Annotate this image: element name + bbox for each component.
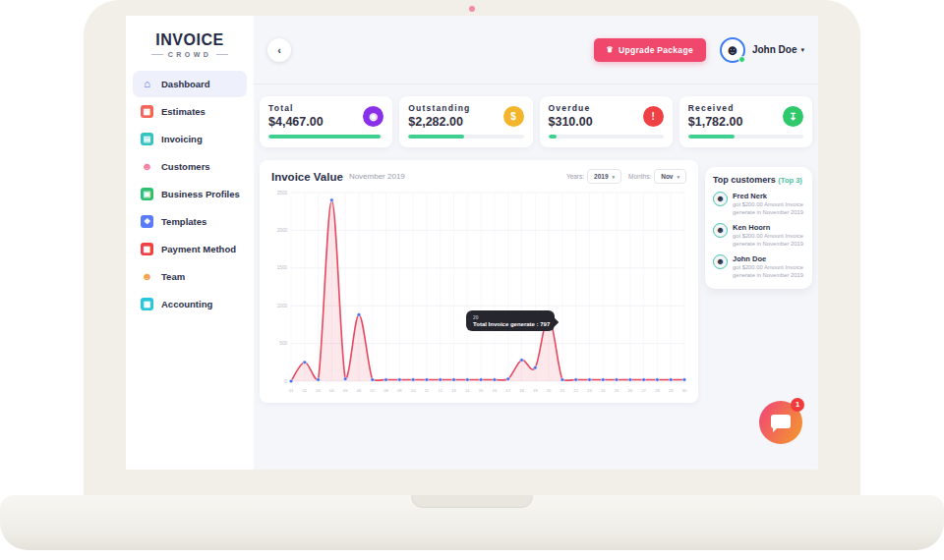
months-label: Months: <box>628 173 651 180</box>
svg-text:02: 02 <box>302 388 307 393</box>
laptop-base <box>0 495 944 550</box>
svg-text:09: 09 <box>397 388 402 393</box>
logo-tagline: CROWD <box>126 51 254 58</box>
svg-text:21: 21 <box>560 388 565 393</box>
svg-text:20: 20 <box>547 388 552 393</box>
stat-progress-fill <box>268 135 381 139</box>
customer-avatar: ☻ <box>713 192 728 206</box>
chart-title: Invoice Value <box>271 171 343 183</box>
svg-text:23: 23 <box>587 388 592 393</box>
chart-tooltip: 20 Total Invoice generate : 797 <box>466 310 555 331</box>
online-status-dot <box>738 56 745 63</box>
sidebar-item-templates[interactable]: ❖Templates <box>133 208 247 235</box>
topbar: ‹ ♛ Upgrade Package ☻ John Doe ▾ <box>254 16 818 84</box>
sidebar-item-invoicing[interactable]: ▤Invoicing <box>133 126 247 152</box>
customer-name: Ken Hoorn <box>733 223 804 232</box>
svg-text:28: 28 <box>655 388 660 393</box>
month-select[interactable]: Nov ▾ <box>654 169 686 184</box>
svg-text:1000: 1000 <box>277 304 288 308</box>
top-customers-card: Top customers (Top 3) ☻Fred Nerkgot $200… <box>705 167 812 289</box>
sidebar: INVOICE CROWD ⌂Dashboard▦Estimates▤Invoi… <box>126 16 254 470</box>
upgrade-package-label: Upgrade Package <box>619 45 693 55</box>
sidebar-item-estimates[interactable]: ▦Estimates <box>133 98 247 125</box>
sidebar-item-label: Payment Method <box>161 244 236 254</box>
sidebar-item-label: Estimates <box>161 106 206 117</box>
svg-text:1500: 1500 <box>277 265 288 270</box>
svg-text:16: 16 <box>493 388 498 393</box>
customer-description: got $200.00 Amount Invoice generate in N… <box>733 233 804 248</box>
sidebar-item-accounting[interactable]: ▦Accounting <box>133 291 247 317</box>
sidebar-item-label: Customers <box>161 161 210 172</box>
month-select-value: Nov <box>661 173 673 180</box>
stats-row: Total$4,467.00◉Outstanding$2,282.00$Over… <box>260 96 812 147</box>
sidebar-item-dashboard[interactable]: ⌂Dashboard <box>133 71 247 97</box>
svg-text:06: 06 <box>357 388 362 393</box>
chat-notification-badge: 1 <box>791 398 804 412</box>
customer-avatar: ☻ <box>713 223 728 238</box>
sidebar-item-business-profiles[interactable]: ▣Business Profiles <box>133 181 247 207</box>
chart-subtitle: November 2019 <box>349 172 405 181</box>
tooltip-value: Total Invoice generate : 797 <box>473 321 548 327</box>
laptop-mockup: INVOICE CROWD ⌂Dashboard▦Estimates▤Invoi… <box>0 0 944 560</box>
svg-text:11: 11 <box>425 388 430 393</box>
customer-description: got $200.00 Amount Invoice generate in N… <box>733 264 804 279</box>
overdue-alarm-icon: ! <box>643 106 664 127</box>
top-customers-title: Top customers <box>713 175 776 185</box>
svg-text:19: 19 <box>533 388 538 393</box>
svg-text:03: 03 <box>316 388 321 393</box>
customer-list-item[interactable]: ☻John Doegot $200.00 Amount Invoice gene… <box>713 254 804 279</box>
svg-text:15: 15 <box>479 388 484 393</box>
chat-bubble-icon <box>771 415 791 428</box>
svg-text:0: 0 <box>284 379 287 384</box>
svg-text:27: 27 <box>641 388 646 393</box>
collapse-sidebar-button[interactable]: ‹ <box>267 38 291 62</box>
stat-card-received: Received$1,782.00↧ <box>679 96 812 147</box>
sidebar-item-label: Invoicing <box>161 134 203 144</box>
customer-name: Fred Nerk <box>733 192 804 200</box>
svg-text:04: 04 <box>329 388 334 393</box>
customer-list-item[interactable]: ☻Fred Nerkgot $200.00 Amount Invoice gen… <box>713 192 804 216</box>
svg-text:17: 17 <box>505 388 510 393</box>
years-label: Years: <box>566 173 584 180</box>
sidebar-item-label: Templates <box>161 216 206 227</box>
templates-icon: ❖ <box>141 215 153 228</box>
user-name[interactable]: John Doe <box>752 44 797 55</box>
svg-text:01: 01 <box>289 388 294 393</box>
svg-text:22: 22 <box>573 388 578 393</box>
invoice-value-chart: 0500100015002000250001020304050607080910… <box>267 187 690 397</box>
svg-text:26: 26 <box>627 388 632 393</box>
sidebar-item-payment-method[interactable]: ▩Payment Method <box>133 236 247 262</box>
sidebar-item-label: Dashboard <box>161 79 210 89</box>
chart-header: Invoice Value November 2019 Years: 2019 … <box>267 169 690 184</box>
app-window: INVOICE CROWD ⌂Dashboard▦Estimates▤Invoi… <box>126 16 818 470</box>
customer-avatar: ☻ <box>713 254 728 269</box>
stat-card-outstanding: Outstanding$2,282.00$ <box>399 96 532 147</box>
svg-text:24: 24 <box>601 388 606 393</box>
estimates-calculator-icon: ▦ <box>141 105 153 118</box>
year-select-value: 2019 <box>594 173 608 180</box>
chevron-down-icon: ▾ <box>677 174 679 180</box>
sidebar-nav: ⌂Dashboard▦Estimates▤Invoicing☻Customers… <box>126 71 254 317</box>
customer-list-item[interactable]: ☻Ken Hoorngot $200.00 Amount Invoice gen… <box>713 223 804 248</box>
avatar-silhouette-icon: ☻ <box>725 41 740 58</box>
sidebar-item-customers[interactable]: ☻Customers <box>133 153 247 180</box>
svg-text:2500: 2500 <box>277 191 288 196</box>
svg-text:500: 500 <box>279 341 287 346</box>
logo-wordmark: INVOICE <box>155 31 223 49</box>
year-select[interactable]: 2019 ▾ <box>587 169 621 184</box>
stat-progress-fill <box>688 135 735 139</box>
user-avatar[interactable]: ☻ <box>720 37 745 63</box>
upgrade-package-button[interactable]: ♛ Upgrade Package <box>594 38 706 62</box>
sidebar-item-team[interactable]: ☻Team <box>133 263 247 290</box>
top-customers-header: Top customers (Top 3) <box>713 175 804 185</box>
payment-card-icon: ▩ <box>141 243 153 255</box>
stat-progress-fill <box>408 135 463 139</box>
svg-text:18: 18 <box>519 388 524 393</box>
chevron-down-icon[interactable]: ▾ <box>800 46 804 54</box>
received-arrow-icon: ↧ <box>783 106 803 127</box>
svg-text:2000: 2000 <box>277 228 288 233</box>
svg-text:30: 30 <box>682 388 687 393</box>
chat-button[interactable]: 1 <box>759 401 802 444</box>
sidebar-item-label: Accounting <box>161 299 212 309</box>
tooltip-day: 20 <box>473 314 548 320</box>
